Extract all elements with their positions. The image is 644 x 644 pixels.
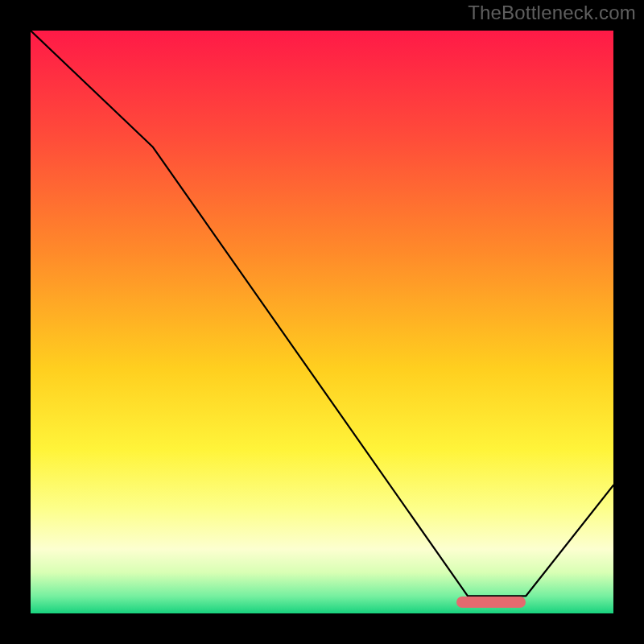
plot-frame: [26, 26, 618, 618]
plot-inner: [31, 31, 613, 613]
watermark-text: TheBottleneck.com: [468, 2, 636, 24]
chart-svg: [31, 31, 613, 613]
chart-container: TheBottleneck.com: [0, 0, 644, 644]
optimal-range-pill: [456, 597, 526, 608]
gradient-background: [31, 31, 613, 613]
